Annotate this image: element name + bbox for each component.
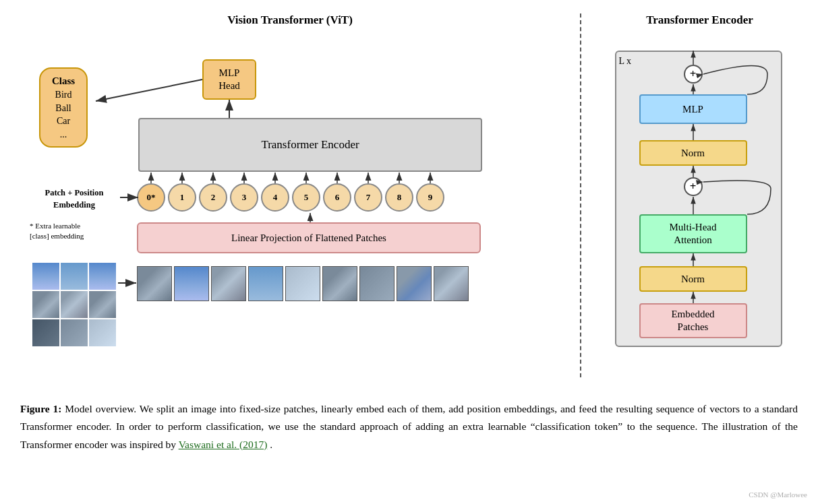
caption-area: Figure 1: Model overview. We split an im… — [20, 393, 798, 453]
te-embedded-box: EmbeddedPatches — [639, 303, 747, 338]
te-title: Transformer Encoder — [646, 13, 753, 27]
te-inner: L x + MLP Norm + Mu — [606, 34, 794, 371]
flat-patch-9 — [434, 266, 469, 301]
patches-row — [137, 266, 469, 301]
mlp-head-box: MLPHead — [202, 59, 256, 100]
flat-patch-2 — [174, 266, 209, 301]
img-patch-2 — [61, 263, 88, 290]
te-norm1-label: Norm — [681, 148, 705, 159]
te-mha-label: Multi-HeadAttention — [670, 221, 717, 247]
caption-text: Model overview. We split an image into f… — [20, 403, 798, 450]
token-5: 5 — [292, 183, 320, 212]
divider — [580, 13, 581, 377]
class-car: Car — [45, 115, 82, 128]
watermark: CSDN @Marlowee — [749, 491, 807, 499]
linear-proj-box: Linear Projection of Flattened Patches — [137, 222, 481, 253]
add-symbol-mid: + — [690, 180, 697, 193]
image-grid — [32, 263, 116, 346]
img-patch-3 — [89, 263, 116, 290]
svg-line-2 — [96, 80, 202, 101]
flat-patch-3 — [211, 266, 246, 301]
token-3: 3 — [230, 183, 258, 212]
flat-patch-6 — [322, 266, 357, 301]
class-ball: Ball — [45, 102, 82, 115]
class-label: Class — [45, 74, 82, 88]
flat-patch-7 — [359, 266, 395, 301]
token-9: 9 — [416, 183, 444, 212]
img-patch-6 — [89, 291, 116, 318]
img-patch-1 — [32, 263, 59, 290]
te-section: Transformer Encoder L x + MLP Norm — [588, 13, 798, 377]
tokens-row: 0* 1 2 3 4 5 6 7 8 9 — [137, 183, 444, 212]
token-0: 0* — [137, 183, 165, 212]
transformer-encoder-box: Transformer Encoder — [138, 118, 482, 172]
vaswani-link[interactable]: Vaswani et al. (2017) — [179, 439, 268, 450]
mlp-head-label: MLPHead — [218, 67, 240, 93]
flat-patch-5 — [285, 266, 320, 301]
te-mha-box: Multi-HeadAttention — [639, 214, 747, 253]
te-embedded-label: EmbeddedPatches — [671, 308, 714, 334]
linear-proj-label: Linear Projection of Flattened Patches — [231, 232, 386, 244]
diagram-area: Vision Transformer (ViT) Class Bird Ball… — [20, 13, 798, 377]
img-patch-8 — [61, 319, 88, 346]
te-norm-box-2: Norm — [639, 266, 747, 292]
flat-patch-1 — [137, 266, 172, 301]
img-patch-5 — [61, 291, 88, 318]
patch-sub-label: * Extra learnable[class] embedding — [30, 221, 117, 242]
caption-end: . — [270, 439, 272, 450]
img-patch-7 — [32, 319, 59, 346]
token-2: 2 — [199, 183, 227, 212]
add-symbol-top: + — [690, 67, 697, 81]
token-1: 1 — [168, 183, 196, 212]
token-7: 7 — [354, 183, 382, 212]
class-bird: Bird — [45, 88, 82, 102]
img-patch-4 — [32, 291, 59, 318]
flat-patch-8 — [397, 266, 432, 301]
add-circle-top: + — [684, 65, 703, 84]
img-patch-9 — [89, 319, 116, 346]
transformer-encoder-label: Transformer Encoder — [261, 138, 359, 152]
figure-label: Figure 1: — [20, 403, 61, 414]
token-4: 4 — [261, 183, 289, 212]
class-box: Class Bird Ball Car ... — [39, 67, 88, 148]
te-mlp-box: MLP — [639, 94, 747, 124]
vit-title: Vision Transformer (ViT) — [227, 13, 353, 27]
token-8: 8 — [385, 183, 413, 212]
add-circle-mid: + — [684, 177, 703, 196]
main-container: Vision Transformer (ViT) Class Bird Ball… — [0, 0, 818, 467]
te-norm-box-1: Norm — [639, 140, 747, 166]
token-6: 6 — [323, 183, 351, 212]
vit-section: Vision Transformer (ViT) Class Bird Ball… — [20, 13, 573, 377]
te-norm2-label: Norm — [681, 274, 705, 285]
te-mlp-label: MLP — [682, 104, 703, 115]
patch-position-label: Patch + PositionEmbedding — [34, 187, 115, 211]
flat-patch-4 — [248, 266, 283, 301]
lx-label: L x — [619, 56, 632, 67]
class-ellipsis: ... — [45, 128, 82, 141]
